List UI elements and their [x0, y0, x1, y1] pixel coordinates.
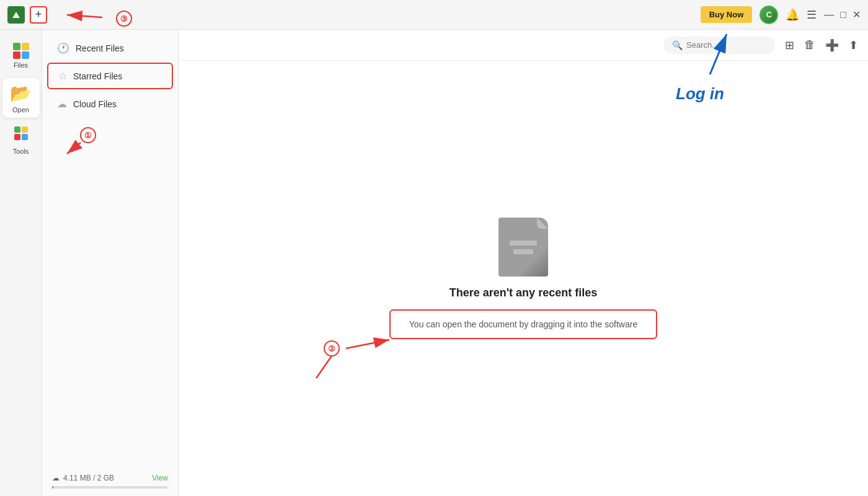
user-avatar[interactable]: C	[760, 6, 778, 24]
minimize-button[interactable]: —	[824, 9, 834, 20]
app-logo	[7, 6, 25, 24]
file-line-2	[513, 249, 533, 254]
titlebar: + Buy Now C 🔔 ☰ — □ ✕	[0, 0, 868, 30]
main-container: Files 📂 Open Tools 🕐 Recent Files ☆	[0, 30, 868, 496]
search-box[interactable]: 🔍	[663, 37, 775, 54]
titlebar-right: Buy Now C 🔔 ☰ — □ ✕	[701, 6, 861, 24]
nav-item-recent[interactable]: 🕐 Recent Files	[47, 36, 173, 60]
nav-item-cloud[interactable]: ☁ Cloud Files	[47, 92, 173, 116]
window-controls: — □ ✕	[824, 9, 861, 20]
sidebar-item-tools[interactable]: Tools	[2, 120, 40, 160]
drag-hint-text: You can open the document by dragging it…	[409, 319, 637, 329]
nav-panel: 🕐 Recent Files ☆ Starred Files ☁ Cloud F…	[42, 30, 179, 496]
storage-text: 4.11 MB / 2 GB	[63, 474, 114, 482]
toolbar: 🔍 ⊞ 🗑 ➕ ⬆	[179, 30, 868, 61]
notification-icon[interactable]: 🔔	[786, 8, 799, 22]
sidebar-files-label: Files	[14, 61, 28, 69]
svg-rect-1	[22, 126, 28, 133]
close-button[interactable]: ✕	[852, 9, 861, 20]
trash-icon[interactable]: 🗑	[804, 38, 815, 51]
sidebar-item-open[interactable]: 📂 Open	[2, 78, 40, 118]
menu-icon[interactable]: ☰	[807, 8, 817, 22]
file-line-1	[510, 241, 537, 246]
nav-starred-label: Starred Files	[73, 71, 122, 81]
titlebar-left: +	[7, 6, 47, 24]
svg-rect-3	[22, 134, 28, 140]
center-empty-content: There aren't any recent files You can op…	[179, 61, 868, 496]
add-button[interactable]: +	[30, 6, 47, 24]
content-area: 🔍 ⊞ 🗑 ➕ ⬆ There aren't any recent files …	[179, 30, 868, 496]
sidebar-open-label: Open	[12, 106, 29, 113]
add-tab-icon[interactable]: ➕	[825, 38, 839, 52]
sidebar-tools-label: Tools	[13, 148, 29, 155]
empty-file-icon	[498, 218, 548, 277]
search-input[interactable]	[686, 40, 767, 50]
search-icon: 🔍	[672, 40, 683, 50]
nav-cloud-label: Cloud Files	[73, 99, 117, 109]
share-icon[interactable]: ⬆	[849, 38, 858, 52]
icon-sidebar: Files 📂 Open Tools	[0, 30, 42, 496]
storage-bar-bg	[52, 486, 168, 489]
nav-item-starred[interactable]: ☆ Starred Files	[47, 63, 173, 89]
files-grid-icon	[13, 43, 29, 59]
buy-now-button[interactable]: Buy Now	[701, 6, 753, 23]
sidebar-item-files[interactable]: Files	[2, 36, 40, 76]
nav-recent-label: Recent Files	[76, 43, 124, 53]
svg-rect-0	[14, 126, 20, 133]
drag-hint-box: You can open the document by dragging it…	[389, 309, 657, 339]
maximize-button[interactable]: □	[840, 9, 846, 20]
nav-bottom: ☁ 4.11 MB / 2 GB View	[42, 466, 178, 496]
storage-bar-fill	[52, 486, 53, 489]
storage-info-row: ☁ 4.11 MB / 2 GB View	[52, 474, 168, 482]
cloud-icon: ☁	[57, 98, 67, 110]
recent-icon: 🕐	[57, 42, 69, 54]
svg-rect-2	[14, 134, 20, 140]
view-storage-link[interactable]: View	[152, 474, 168, 482]
open-folder-icon: 📂	[10, 83, 32, 104]
no-files-title: There aren't any recent files	[450, 286, 597, 299]
tools-icon	[13, 125, 29, 145]
cloud-storage-icon: ☁	[52, 474, 60, 482]
grid-view-icon[interactable]: ⊞	[785, 38, 794, 52]
starred-icon: ☆	[58, 70, 67, 82]
